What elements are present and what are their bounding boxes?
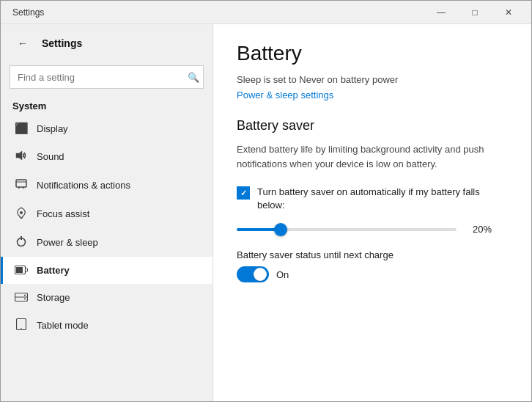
sidebar-item-label-notifications: Notifications & actions [37, 180, 130, 191]
battery-threshold-slider-row: 20% [237, 224, 508, 235]
toggle-status-label: On [276, 269, 289, 280]
sidebar-item-display[interactable]: ⬛ Display [1, 114, 213, 142]
svg-point-13 [24, 295, 26, 296]
battery-saver-description: Extend battery life by limiting backgrou… [237, 142, 508, 171]
sidebar-item-notifications[interactable]: Notifications & actions [1, 171, 213, 200]
storage-icon [15, 291, 28, 304]
search-input[interactable] [10, 65, 204, 89]
search-icon[interactable]: 🔍 [188, 72, 199, 83]
settings-window: Settings — □ ✕ ← Settings 🔍 System ⬛ Dis… [0, 0, 532, 402]
sidebar-item-label-storage: Storage [37, 292, 70, 303]
power-sleep-link[interactable]: Power & sleep settings [237, 89, 333, 100]
auto-battery-saver-row: Turn battery saver on automatically if m… [237, 186, 508, 212]
battery-icon [15, 264, 28, 277]
svg-rect-1 [16, 180, 26, 187]
main-content: Battery Sleep is set to Never on battery… [213, 24, 531, 401]
sidebar-item-label-focus: Focus assist [37, 208, 89, 219]
battery-saver-title: Battery saver [237, 118, 508, 134]
power-icon [15, 235, 28, 249]
sidebar-item-storage[interactable]: Storage [1, 284, 213, 311]
svg-rect-10 [16, 267, 23, 273]
slider-thumb [274, 223, 287, 236]
sidebar-item-label-sound: Sound [37, 151, 64, 162]
sidebar-header: ← Settings [1, 24, 213, 62]
titlebar: Settings — □ ✕ [1, 1, 531, 24]
content-area: ← Settings 🔍 System ⬛ Display [1, 24, 531, 401]
slider-value-label: 20% [465, 224, 492, 235]
page-title: Battery [237, 42, 508, 65]
svg-marker-0 [16, 151, 22, 160]
sleep-status-text: Sleep is set to Never on battery power [237, 74, 508, 85]
sidebar-item-power[interactable]: Power & sleep [1, 228, 213, 257]
focus-icon [15, 207, 28, 221]
close-button[interactable]: ✕ [492, 1, 525, 24]
notifications-icon [15, 178, 28, 192]
maximize-button[interactable]: □ [458, 1, 492, 24]
battery-threshold-slider[interactable] [237, 228, 457, 231]
sidebar-item-label-power: Power & sleep [37, 237, 98, 248]
sidebar-item-label-battery: Battery [37, 265, 70, 276]
battery-saver-toggle[interactable] [237, 266, 269, 282]
sidebar-item-label-display: Display [37, 123, 68, 134]
display-icon: ⬛ [15, 122, 28, 135]
svg-rect-9 [26, 268, 28, 272]
sidebar-header-title: Settings [42, 37, 82, 49]
sidebar: ← Settings 🔍 System ⬛ Display [1, 24, 213, 401]
sidebar-item-battery[interactable]: Battery [1, 257, 213, 284]
sidebar-item-sound[interactable]: Sound [1, 142, 213, 171]
search-box: 🔍 [10, 65, 204, 89]
svg-point-5 [20, 211, 23, 214]
back-button[interactable]: ← [12, 33, 33, 54]
titlebar-controls: — □ ✕ [424, 1, 525, 24]
titlebar-title: Settings [12, 7, 424, 18]
svg-point-14 [24, 299, 26, 300]
svg-point-16 [21, 328, 22, 329]
battery-saver-toggle-row: On [237, 266, 508, 282]
minimize-button[interactable]: — [424, 1, 458, 24]
sidebar-item-tablet[interactable]: Tablet mode [1, 311, 213, 340]
sidebar-item-focus[interactable]: Focus assist [1, 200, 213, 228]
system-section-label: System [1, 95, 213, 114]
tablet-icon [15, 318, 28, 332]
auto-battery-checkbox[interactable] [237, 186, 250, 200]
sound-icon [15, 150, 28, 164]
battery-saver-status-label: Battery saver status until next charge [237, 249, 508, 260]
toggle-thumb [254, 268, 267, 281]
sidebar-item-label-tablet: Tablet mode [37, 320, 89, 331]
checkbox-label-text: Turn battery saver on automatically if m… [257, 186, 508, 212]
